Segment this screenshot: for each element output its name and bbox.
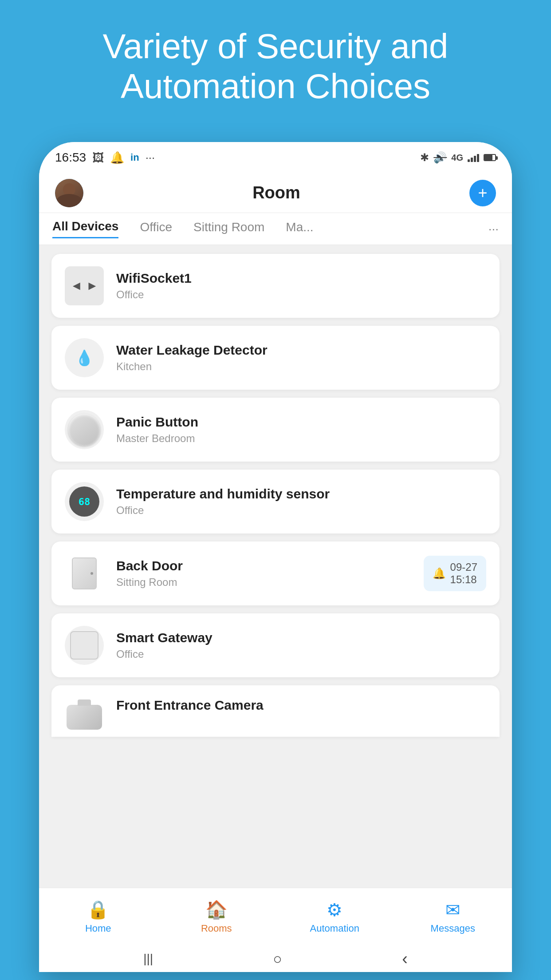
front-camera-name: Front Entrance Camera [116, 698, 486, 713]
back-door-icon [65, 554, 104, 593]
signal-icon [468, 153, 479, 162]
device-card-wifi-socket[interactable]: ◄ ► WifiSocket1 Office [51, 254, 500, 318]
water-leakage-info: Water Leakage Detector Kitchen [116, 343, 486, 373]
water-leakage-icon: 💧 [65, 338, 104, 377]
tab-sitting-room[interactable]: Sitting Room [193, 220, 264, 238]
mute-icon: 🔊 [433, 151, 447, 164]
nav-messages[interactable]: ✉ Messages [394, 900, 512, 934]
messages-icon: ✉ [445, 900, 460, 920]
nav-automation[interactable]: ⚙ Automation [276, 900, 394, 934]
bottom-nav: 🔒 Home 🏠 Rooms ⚙ Automation ✉ Messages [39, 888, 512, 945]
status-bar: 16:53 🖼 🔔 in ··· ✱ 🔊 4G [39, 142, 512, 173]
back-door-alert: 🔔 09-27 15:18 [424, 556, 486, 591]
nav-messages-label: Messages [431, 923, 475, 934]
front-camera-icon [65, 698, 104, 737]
back-door-name: Back Door [116, 558, 411, 573]
alert-date: 09-27 [450, 561, 477, 573]
tab-bar: All Devices Office Sitting Room Ma... ··… [39, 213, 512, 245]
device-card-back-door[interactable]: Back Door Sitting Room 🔔 09-27 15:18 [51, 541, 500, 605]
panic-button-icon [65, 410, 104, 449]
phone-shell: 16:53 🖼 🔔 in ··· ✱ 🔊 4G Room [39, 142, 512, 972]
smart-gateway-name: Smart Gateway [116, 630, 486, 645]
recent-apps-button[interactable]: ||| [143, 952, 153, 966]
gesture-bar: ||| ○ ‹ [39, 945, 512, 972]
water-leakage-location: Kitchen [116, 360, 486, 373]
network-icon: 4G [451, 153, 463, 163]
home-button[interactable]: ○ [273, 950, 282, 968]
dots-icon: ··· [146, 151, 155, 165]
temp-humidity-icon: 68 [65, 482, 104, 521]
panic-name: Panic Button [116, 415, 486, 430]
tab-office[interactable]: Office [140, 220, 172, 238]
temp-humidity-name: Temperature and humidity sensor [116, 486, 486, 502]
device-card-temp-humidity[interactable]: 68 Temperature and humidity sensor Offic… [51, 470, 500, 533]
avatar[interactable] [55, 179, 83, 207]
device-card-front-camera[interactable]: Front Entrance Camera [51, 685, 500, 737]
water-leakage-name: Water Leakage Detector [116, 343, 486, 358]
status-bar-left: 16:53 🖼 🔔 in ··· [55, 150, 155, 165]
automation-icon: ⚙ [327, 900, 342, 920]
linkedin-icon: in [130, 152, 139, 163]
temp-humidity-info: Temperature and humidity sensor Office [116, 486, 486, 517]
smart-gateway-info: Smart Gateway Office [116, 630, 486, 660]
alert-bell-icon: 🔔 [433, 567, 446, 580]
smart-gateway-icon [65, 626, 104, 665]
photo-icon: 🖼 [92, 151, 104, 165]
device-list: ◄ ► WifiSocket1 Office 💧 Water Leakage D… [39, 245, 512, 928]
wifi-socket-icon: ◄ ► [65, 266, 104, 305]
device-card-water-leakage[interactable]: 💧 Water Leakage Detector Kitchen [51, 326, 500, 390]
tab-all-devices[interactable]: All Devices [52, 219, 118, 238]
temp-humidity-location: Office [116, 504, 486, 517]
battery-icon [484, 154, 496, 161]
add-room-button[interactable]: + [469, 180, 496, 206]
wifi-socket-location: Office [116, 288, 486, 301]
device-card-panic[interactable]: Panic Button Master Bedroom [51, 398, 500, 462]
home-icon: 🔒 [87, 899, 109, 920]
back-door-location: Sitting Room [116, 576, 411, 589]
status-bar-right: ✱ 🔊 4G [420, 151, 496, 164]
front-camera-info: Front Entrance Camera [116, 698, 486, 715]
back-door-info: Back Door Sitting Room [116, 558, 411, 589]
nav-rooms[interactable]: 🏠 Rooms [157, 899, 276, 934]
page-title: Room [252, 183, 300, 202]
bell-icon: 🔔 [110, 151, 124, 165]
rooms-icon: 🏠 [205, 899, 228, 920]
alert-time: 15:18 [450, 573, 477, 586]
tab-master[interactable]: Ma... [286, 220, 313, 238]
wifi-socket-info: WifiSocket1 Office [116, 271, 486, 301]
panic-info: Panic Button Master Bedroom [116, 415, 486, 445]
back-button[interactable]: ‹ [402, 949, 408, 968]
wifi-socket-name: WifiSocket1 [116, 271, 486, 286]
nav-rooms-label: Rooms [201, 923, 232, 934]
tab-more-icon[interactable]: ··· [488, 222, 499, 236]
nav-automation-label: Automation [310, 923, 359, 934]
bluetooth-icon: ✱ [420, 151, 429, 164]
smart-gateway-location: Office [116, 648, 486, 660]
page-hero-title: Variety of Security and Automation Choic… [0, 0, 551, 106]
device-card-smart-gateway[interactable]: Smart Gateway Office [51, 613, 500, 677]
nav-home[interactable]: 🔒 Home [39, 899, 157, 934]
panic-location: Master Bedroom [116, 432, 486, 445]
top-nav: Room + [39, 173, 512, 213]
status-time: 16:53 [55, 150, 86, 165]
nav-home-label: Home [85, 923, 111, 934]
